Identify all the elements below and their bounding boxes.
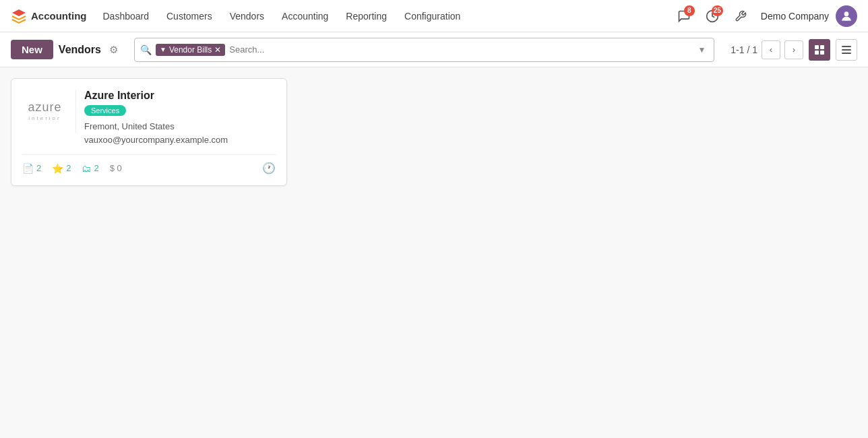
stat-docs-value: 2 <box>94 163 98 173</box>
pagination: 1-1 / 1 ‹ › <box>731 40 803 59</box>
stat-bills-value: 2 <box>36 163 41 173</box>
filter-label: Vendor Bills <box>169 45 212 55</box>
search-icon: 🔍 <box>140 44 152 55</box>
topnav: Accounting Dashboard Customers Vendors A… <box>0 0 868 32</box>
subtoolbar: New Vendors ⚙ 🔍 ▼ Vendor Bills ✕ ▼ 1-1 /… <box>0 32 868 67</box>
search-bar: 🔍 ▼ Vendor Bills ✕ ▼ <box>134 38 714 62</box>
settings-icon[interactable]: ⚙ <box>109 44 118 56</box>
docs-icon: 🗂 <box>82 163 91 174</box>
messages-button[interactable]: 8 <box>673 5 695 27</box>
avatar-icon <box>840 9 853 23</box>
svg-rect-8 <box>842 53 851 54</box>
filter-tag[interactable]: ▼ Vendor Bills ✕ <box>156 44 225 56</box>
activity-button[interactable]: 25 <box>702 5 723 27</box>
list-view-button[interactable] <box>836 39 857 61</box>
wrench-button[interactable] <box>730 5 751 27</box>
vendor-name: Azure Interior <box>84 90 276 102</box>
wrench-icon <box>735 10 747 22</box>
main-content: azureinterior Azure Interior Services Fr… <box>0 67 868 197</box>
stars-icon: ⭐ <box>52 163 63 174</box>
search-input[interactable] <box>229 44 691 55</box>
vendor-tag: Services <box>84 105 126 116</box>
filter-icon: ▼ <box>160 46 166 53</box>
card-top: azureinterior Azure Interior Services Fr… <box>22 90 276 146</box>
stat-stars[interactable]: ⭐ 2 <box>52 163 71 174</box>
kanban-icon <box>814 44 825 55</box>
user-avatar[interactable] <box>836 5 857 27</box>
stat-bills[interactable]: 📄 2 <box>22 163 41 174</box>
stat-stars-value: 2 <box>66 163 71 173</box>
company-name[interactable]: Demo Company <box>761 11 829 22</box>
svg-rect-2 <box>815 45 819 49</box>
new-button[interactable]: New <box>11 40 53 59</box>
stat-money-value: $ 0 <box>110 163 122 173</box>
vendor-address: Fremont, United States <box>84 120 276 133</box>
bills-icon: 📄 <box>22 163 34 174</box>
stat-docs[interactable]: 🗂 2 <box>82 163 98 174</box>
activity-badge: 25 <box>712 5 723 16</box>
vendor-card[interactable]: azureinterior Azure Interior Services Fr… <box>11 78 287 186</box>
vendor-logo: azureinterior <box>22 90 76 133</box>
card-footer: 📄 2 ⭐ 2 🗂 2 $ 0 🕐 <box>22 154 276 175</box>
nav-links: Dashboard Customers Vendors Accounting R… <box>95 7 671 26</box>
vendor-email: vauxoo@yourcompany.example.com <box>84 133 276 147</box>
svg-point-1 <box>844 11 849 16</box>
svg-rect-6 <box>842 46 851 47</box>
nav-customers[interactable]: Customers <box>158 7 220 26</box>
clock-button[interactable]: 🕐 <box>262 162 276 175</box>
next-page-button[interactable]: › <box>784 40 803 59</box>
app-logo-icon <box>11 8 27 24</box>
svg-rect-5 <box>820 51 824 55</box>
app-name: Accounting <box>31 10 87 22</box>
list-icon <box>841 44 852 55</box>
app-logo[interactable]: Accounting <box>11 8 87 24</box>
filter-remove-button[interactable]: ✕ <box>214 45 221 55</box>
stat-money[interactable]: $ 0 <box>110 163 122 173</box>
svg-rect-3 <box>820 45 824 49</box>
svg-rect-4 <box>815 51 819 55</box>
nav-accounting[interactable]: Accounting <box>274 7 336 26</box>
topnav-right: 8 25 Demo Company <box>673 5 857 27</box>
nav-vendors[interactable]: Vendors <box>222 7 272 26</box>
messages-badge: 8 <box>684 5 695 16</box>
pagination-text: 1-1 / 1 <box>731 44 757 55</box>
nav-configuration[interactable]: Configuration <box>396 7 468 26</box>
svg-rect-7 <box>842 49 851 51</box>
card-info: Azure Interior Services Fremont, United … <box>84 90 276 146</box>
search-dropdown-button[interactable]: ▼ <box>695 45 708 55</box>
azure-logo-text: azureinterior <box>28 100 61 121</box>
prev-page-button[interactable]: ‹ <box>762 40 780 59</box>
page-title: Vendors <box>59 44 101 56</box>
nav-reporting[interactable]: Reporting <box>338 7 395 26</box>
kanban-view-button[interactable] <box>809 39 830 61</box>
nav-dashboard[interactable]: Dashboard <box>95 7 158 26</box>
